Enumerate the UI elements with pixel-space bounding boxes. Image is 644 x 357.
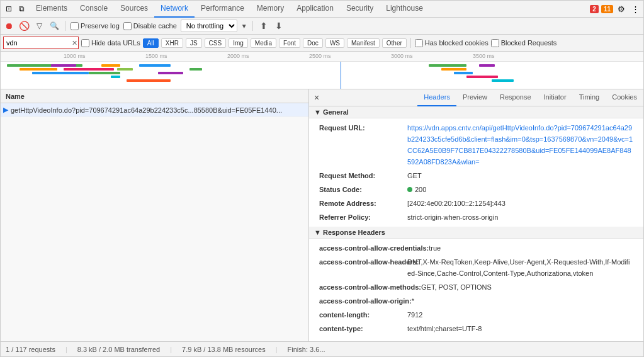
requests-list[interactable]: ▶ getHttpVideoInfo.do?pid=709674291ac64a… [1, 103, 308, 341]
referrer-policy-key: Referrer Policy: [319, 212, 407, 223]
filter-xhr[interactable]: XHR [161, 38, 183, 48]
filter-css[interactable]: CSS [205, 38, 227, 48]
tab-headers[interactable]: Headers [417, 89, 456, 106]
details-panel: × Headers Preview Response Initiator Tim… [309, 89, 643, 341]
tab-response[interactable]: Response [494, 89, 538, 106]
ruler-mark-3000: 3000 ms [391, 53, 413, 59]
filter-media[interactable]: Media [251, 38, 276, 48]
devtools-tab-bar: ⊡ ⧉ Elements Console Sources Network Per… [1, 1, 643, 18]
has-blocked-cookies-checkbox[interactable] [415, 39, 423, 47]
disable-cache-label[interactable]: Disable cache [123, 22, 177, 30]
filter-doc[interactable]: Doc [303, 38, 323, 48]
response-header-key-0: access-control-allow-credentials: [319, 242, 429, 254]
timeline-ruler: 1000 ms 1500 ms 2000 ms 2500 ms 3000 ms … [1, 52, 643, 62]
tab-lighthouse[interactable]: Lighthouse [380, 1, 429, 18]
has-blocked-cookies-label[interactable]: Has blocked cookies [415, 39, 489, 47]
tab-memory[interactable]: Memory [251, 1, 290, 18]
response-header-value-1: DNT,X-Mx-ReqToken,Keep-Alive,User-Agent,… [407, 256, 633, 279]
filter-js[interactable]: JS [186, 38, 202, 48]
ruler-mark-3500: 3500 ms [473, 53, 495, 59]
toolbar-separator-2 [252, 21, 253, 31]
filter-button[interactable]: ▽ [33, 20, 45, 31]
close-details-button[interactable]: × [312, 91, 322, 104]
search-input[interactable] [3, 37, 79, 49]
download-icon[interactable]: ⬇ [273, 20, 285, 31]
filter-img[interactable]: Img [229, 38, 248, 48]
response-header-key-5: content-type: [319, 323, 407, 334]
toolbar-separator-1 [65, 21, 65, 31]
filter-font[interactable]: Font [279, 38, 300, 48]
clear-search-icon[interactable]: ✕ [72, 39, 77, 47]
response-header-row-4: content-length: 7912 [309, 308, 643, 322]
status-dot [407, 187, 412, 192]
response-header-value-3: * [412, 295, 414, 307]
timeline-bars [1, 62, 643, 89]
finish-time: Finish: 3.6... [288, 346, 325, 353]
hide-data-urls-checkbox[interactable] [81, 39, 89, 47]
tab-performance[interactable]: Performance [195, 1, 251, 18]
requests-header: Name [1, 89, 308, 103]
devtools-responsive-icon[interactable]: ⧉ [16, 3, 27, 14]
disable-cache-checkbox[interactable] [123, 22, 132, 30]
filter-separator [410, 38, 411, 48]
response-header-row-1: access-control-allow-headers: DNT,X-Mx-R… [309, 255, 643, 280]
general-section-body: Request URL: https://vdn.apps.cntv.cn/ap… [309, 118, 643, 227]
request-type-icon: ▶ [3, 106, 8, 114]
search-button[interactable]: 🔍 [48, 20, 60, 31]
filter-all[interactable]: All [143, 38, 159, 48]
response-header-value-0: true [429, 242, 441, 254]
response-header-value-4: 7912 [407, 309, 422, 320]
ruler-mark-1000: 1000 ms [64, 53, 86, 59]
settings-icon[interactable]: ⚙ [616, 3, 627, 14]
request-method-value: GET [407, 170, 422, 181]
status-code-row: Status Code: 200 [309, 183, 643, 196]
blocked-requests-checkbox[interactable] [491, 39, 499, 47]
more-options-icon[interactable]: ⋮ [630, 3, 641, 14]
ruler-mark-2000: 2000 ms [227, 53, 249, 59]
throttle-select[interactable]: No throttling [181, 20, 237, 32]
tab-cookies[interactable]: Cookies [606, 89, 643, 106]
network-toolbar: ⏺ 🚫 ▽ 🔍 Preserve log Disable cache No th… [1, 18, 643, 35]
tab-sources[interactable]: Sources [114, 1, 154, 18]
request-item[interactable]: ▶ getHttpVideoInfo.do?pid=709674291ac64a… [1, 103, 308, 117]
preserve-log-label[interactable]: Preserve log [71, 22, 120, 30]
response-headers-section-body: access-control-allow-credentials: true a… [309, 239, 643, 338]
status-code-value: 200 [407, 184, 426, 195]
tab-console[interactable]: Console [74, 1, 114, 18]
response-header-key-3: access-control-allow-origin: [319, 295, 412, 307]
blocked-requests-label[interactable]: Blocked Requests [491, 39, 557, 47]
tab-initiator[interactable]: Initiator [538, 89, 573, 106]
response-headers-section-header[interactable]: ▼ Response Headers [309, 227, 643, 239]
tab-network[interactable]: Network [154, 1, 195, 18]
tab-preview[interactable]: Preview [456, 89, 494, 106]
hide-data-urls-label[interactable]: Hide data URLs [81, 39, 140, 47]
status-bar: 1 / 117 requests | 8.3 kB / 2.0 MB trans… [1, 341, 643, 356]
remote-address-row: Remote Address: [2402:4e00:20:100::2:125… [309, 196, 643, 210]
tab-timing[interactable]: Timing [573, 89, 606, 106]
filter-other[interactable]: Other [382, 38, 407, 48]
request-url-value: https://vdn.apps.cntv.cn/api/getHttpVide… [407, 122, 633, 167]
response-header-row-5: content-type: text/html;charset=UTF-8 [309, 322, 643, 336]
ruler-mark-2500: 2500 ms [309, 53, 331, 59]
upload-icon[interactable]: ⬆ [258, 20, 269, 31]
warning-badge: 11 [601, 5, 613, 13]
tab-application[interactable]: Application [290, 1, 340, 18]
clear-button[interactable]: 🚫 [18, 20, 30, 31]
devtools-menu-icon[interactable]: ⊡ [3, 3, 14, 14]
filter-ws[interactable]: WS [325, 38, 344, 48]
general-section-header[interactable]: ▼ General [309, 106, 643, 118]
filter-manifest[interactable]: Manifest [347, 38, 380, 48]
request-url-key: Request URL: [319, 122, 407, 167]
transferred-size: 8.3 kB / 2.0 MB transferred [77, 346, 160, 353]
status-code-key: Status Code: [319, 184, 407, 195]
response-header-row-3: access-control-allow-origin: * [309, 294, 643, 308]
tab-security[interactable]: Security [340, 1, 380, 18]
preserve-log-checkbox[interactable] [71, 22, 79, 30]
request-method-row: Request Method: GET [309, 169, 643, 183]
request-name: getHttpVideoInfo.do?pid=709674291ac64a29… [11, 106, 306, 114]
tab-elements[interactable]: Elements [30, 1, 74, 18]
record-button[interactable]: ⏺ [3, 20, 14, 31]
remote-address-value: [2402:4e00:20:100::2:1254]:443 [407, 198, 506, 209]
response-header-value-2: GET, POST, OPTIONS [421, 281, 492, 293]
referrer-policy-row: Referrer Policy: strict-origin-when-cros… [309, 210, 643, 224]
